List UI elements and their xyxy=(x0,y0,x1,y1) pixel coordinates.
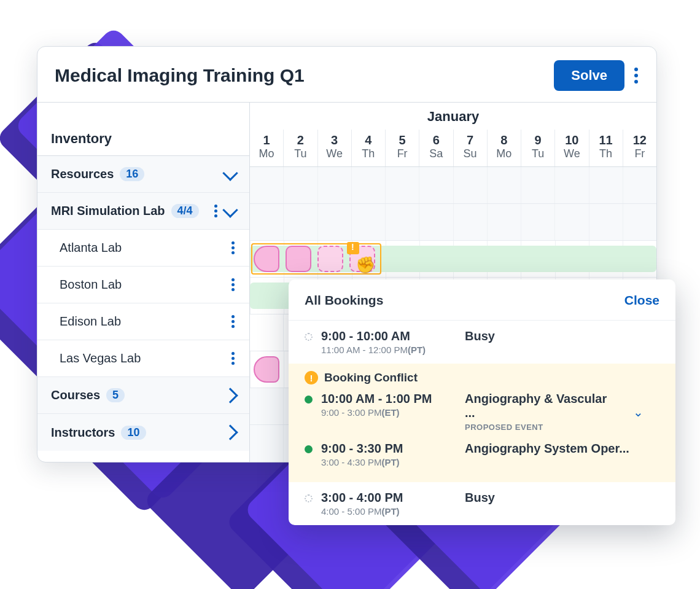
status-dot-booked xyxy=(305,445,313,453)
booking-block[interactable] xyxy=(286,246,311,272)
booking-item[interactable]: 10:00 AM - 1:00 PM 9:00 - 3:00 PM(ET) An… xyxy=(289,387,675,437)
booking-subtime: 4:00 - 5:00 PM(PT) xyxy=(321,506,456,517)
chevron-right-icon xyxy=(222,388,238,403)
booking-block[interactable] xyxy=(317,246,343,272)
day-header-cell: 9Tu xyxy=(521,130,554,166)
booking-time: 9:00 - 3:30 PM xyxy=(321,442,456,456)
day-header-cell: 1Mo xyxy=(250,130,283,166)
booking-item[interactable]: 9:00 - 3:30 PM 3:00 - 4:30 PM(PT) Angiog… xyxy=(289,437,675,472)
row-label: Instructors xyxy=(51,426,115,440)
count-badge: 4/4 xyxy=(171,204,199,218)
warning-icon xyxy=(347,242,359,254)
group-row-instructors[interactable]: Instructors 10 xyxy=(37,414,249,451)
resource-row-atlanta[interactable]: Atlanta Lab xyxy=(37,230,249,267)
booking-subtime: 3:00 - 4:30 PM(PT) xyxy=(321,457,456,467)
status-dot-free xyxy=(305,494,313,502)
row-label: MRI Simulation Lab xyxy=(51,204,165,218)
chevron-right-icon xyxy=(222,424,238,440)
row-menu-button[interactable] xyxy=(230,349,236,368)
solve-button[interactable]: Solve xyxy=(554,60,624,91)
row-label: Boston Lab xyxy=(60,278,122,292)
booking-item[interactable]: 9:00 - 10:00 AM 11:00 AM - 12:00 PM(PT) … xyxy=(289,321,675,364)
day-header-cell: 12Fr xyxy=(623,130,656,166)
card-header: Medical Imaging Training Q1 Solve xyxy=(37,47,656,102)
booking-label: Angiography System Oper... xyxy=(465,442,659,456)
bookings-popover: All Bookings Close 9:00 - 10:00 AM 11:00… xyxy=(289,279,675,525)
day-header-cell: 4Th xyxy=(351,130,385,166)
status-dot-booked xyxy=(305,396,313,404)
resource-row-boston[interactable]: Boston Lab xyxy=(37,267,249,303)
day-header-cell: 2Tu xyxy=(283,130,317,166)
group-row-courses[interactable]: Courses 5 xyxy=(37,377,249,414)
close-button[interactable]: Close xyxy=(624,293,659,308)
booking-meta: PROPOSED EVENT xyxy=(465,423,609,432)
page-title: Medical Imaging Training Q1 xyxy=(55,65,305,86)
day-header-cell: 6Sa xyxy=(419,130,453,166)
booking-subtime: 11:00 AM - 12:00 PM(PT) xyxy=(321,345,456,355)
row-label: Edison Lab xyxy=(60,314,121,329)
group-row-mri-lab[interactable]: MRI Simulation Lab 4/4 xyxy=(37,193,249,230)
booking-block[interactable] xyxy=(254,246,279,272)
header-actions: Solve xyxy=(554,60,639,91)
resource-row-vegas[interactable]: Las Vegas Lab xyxy=(37,340,249,377)
row-label: Resources xyxy=(51,167,114,181)
card-menu-button[interactable] xyxy=(633,63,639,88)
row-label: Atlanta Lab xyxy=(60,241,122,255)
timeline-row-atlanta[interactable]: ✊ xyxy=(250,241,656,278)
group-row-resources[interactable]: Resources 16 xyxy=(37,156,249,193)
day-header-cell: 10We xyxy=(554,130,588,166)
warning-icon: ! xyxy=(305,371,318,384)
chevron-down-icon xyxy=(222,165,238,181)
row-menu-button[interactable] xyxy=(230,275,236,294)
booking-label: Busy xyxy=(465,491,659,505)
row-menu-button[interactable] xyxy=(213,201,219,220)
status-dot-free xyxy=(305,333,313,341)
day-header-cell: 7Su xyxy=(453,130,487,166)
chevron-down-icon[interactable]: ⌄ xyxy=(617,405,659,419)
booking-subtime: 9:00 - 3:00 PM(ET) xyxy=(321,407,456,418)
inventory-header: Inventory xyxy=(37,103,249,156)
booking-time: 10:00 AM - 1:00 PM xyxy=(321,392,456,406)
timeline-row xyxy=(250,167,656,204)
booking-block[interactable] xyxy=(254,356,279,383)
conflict-section: ! Booking Conflict 10:00 AM - 1:00 PM 9:… xyxy=(289,364,675,482)
booking-time: 9:00 - 10:00 AM xyxy=(321,329,456,343)
booking-time: 3:00 - 4:00 PM xyxy=(321,491,456,505)
row-menu-button[interactable] xyxy=(230,312,236,331)
booking-label: Busy xyxy=(465,329,659,343)
booking-label: Angiography & Vascular ... xyxy=(465,392,609,420)
resource-row-edison[interactable]: Edison Lab xyxy=(37,303,249,340)
conflict-title: Booking Conflict xyxy=(324,371,418,384)
popover-title: All Bookings xyxy=(305,293,383,308)
row-label: Courses xyxy=(51,388,100,402)
chevron-down-icon xyxy=(222,202,238,217)
day-header-cell: 8Mo xyxy=(487,130,521,166)
day-header-cell: 5Fr xyxy=(385,130,419,166)
day-header-cell: 3We xyxy=(317,130,351,166)
month-label: January xyxy=(250,103,656,130)
timeline-row xyxy=(250,204,656,241)
count-badge: 16 xyxy=(120,167,144,181)
row-label: Las Vegas Lab xyxy=(60,351,141,365)
row-menu-button[interactable] xyxy=(230,238,236,257)
count-badge: 5 xyxy=(106,388,125,402)
count-badge: 10 xyxy=(121,426,146,440)
booking-item[interactable]: 3:00 - 4:00 PM 4:00 - 5:00 PM(PT) Busy xyxy=(289,482,675,525)
day-header-row: 1Mo2Tu3We4Th5Fr6Sa7Su8Mo9Tu10We11Th12Fr xyxy=(250,130,656,167)
day-header-cell: 11Th xyxy=(589,130,623,166)
